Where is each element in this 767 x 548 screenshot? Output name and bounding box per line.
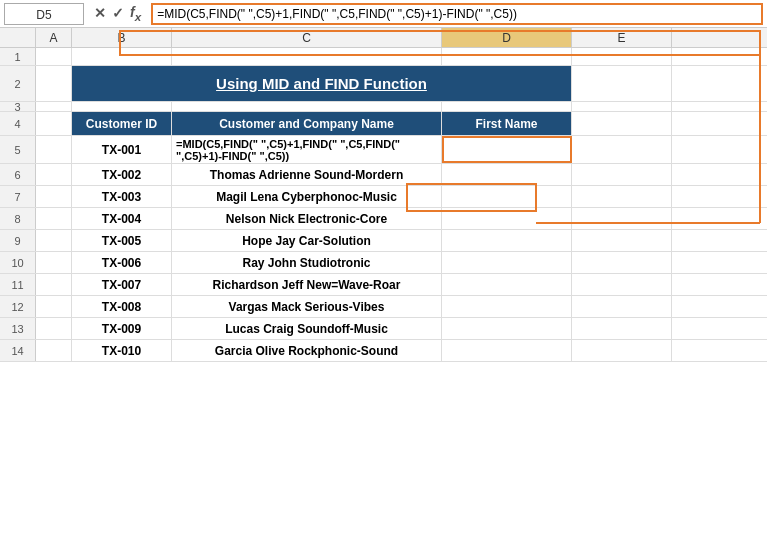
cell-b6[interactable]: TX-002	[72, 164, 172, 185]
cell-d8[interactable]	[442, 208, 572, 229]
cell-c11[interactable]: Richardson Jeff New=Wave-Roar	[172, 274, 442, 295]
row-num-12: 12	[0, 296, 36, 317]
row-num-7: 7	[0, 186, 36, 207]
cell-d9[interactable]	[442, 230, 572, 251]
cell-c12[interactable]: Vargas Mack Serious-Vibes	[172, 296, 442, 317]
header-customer-name: Customer and Company Name	[172, 112, 442, 135]
formula-bar-icons: ✕ ✓ fx	[88, 4, 147, 23]
cell-b1[interactable]	[72, 48, 172, 65]
cell-a8[interactable]	[36, 208, 72, 229]
row-4-header: 4 Customer ID Customer and Company Name …	[0, 112, 767, 136]
row-num-13: 13	[0, 318, 36, 339]
cell-b13[interactable]: TX-009	[72, 318, 172, 339]
row-1: 1	[0, 48, 767, 66]
cell-b11[interactable]: TX-007	[72, 274, 172, 295]
cell-a9[interactable]	[36, 230, 72, 251]
cell-c1[interactable]	[172, 48, 442, 65]
cell-c13[interactable]: Lucas Craig Soundoff-Music	[172, 318, 442, 339]
col-header-b[interactable]: B	[72, 28, 172, 47]
cell-e13[interactable]	[572, 318, 672, 339]
cell-d1[interactable]	[442, 48, 572, 65]
cell-d14[interactable]	[442, 340, 572, 361]
cell-a4[interactable]	[36, 112, 72, 135]
row-num-1: 1	[0, 48, 36, 65]
row-num-9: 9	[0, 230, 36, 251]
cancel-icon[interactable]: ✕	[94, 5, 106, 21]
cell-e7[interactable]	[572, 186, 672, 207]
cell-e3[interactable]	[572, 102, 672, 111]
cell-a5[interactable]	[36, 136, 72, 163]
cell-a13[interactable]	[36, 318, 72, 339]
row-num-6: 6	[0, 164, 36, 185]
col-header-d[interactable]: D	[442, 28, 572, 47]
cell-c3[interactable]	[172, 102, 442, 111]
cell-a6[interactable]	[36, 164, 72, 185]
cell-d11[interactable]	[442, 274, 572, 295]
cell-b9[interactable]: TX-005	[72, 230, 172, 251]
cell-d3[interactable]	[442, 102, 572, 111]
col-header-e[interactable]: E	[572, 28, 672, 47]
row-14: 14 TX-010 Garcia Olive Rockphonic-Sound	[0, 340, 767, 362]
cell-b8[interactable]: TX-004	[72, 208, 172, 229]
cell-b12[interactable]: TX-008	[72, 296, 172, 317]
formula-bar: D5 ✕ ✓ fx	[0, 0, 767, 28]
cell-d13[interactable]	[442, 318, 572, 339]
row-num-3: 3	[0, 102, 36, 111]
cell-b7[interactable]: TX-003	[72, 186, 172, 207]
cell-b5[interactable]: TX-001	[72, 136, 172, 163]
cell-c10[interactable]: Ray John Studiotronic	[172, 252, 442, 273]
formula-input[interactable]	[151, 3, 763, 25]
row-5: 5 TX-001 =MID(C5,FIND(" ",C5)+1,FIND(" "…	[0, 136, 767, 164]
cell-e2[interactable]	[572, 66, 672, 101]
row-num-11: 11	[0, 274, 36, 295]
cell-a14[interactable]	[36, 340, 72, 361]
cell-a1[interactable]	[36, 48, 72, 65]
col-header-a[interactable]: A	[36, 28, 72, 47]
cell-d5-active[interactable]	[442, 136, 572, 163]
cell-e10[interactable]	[572, 252, 672, 273]
cell-d10[interactable]	[442, 252, 572, 273]
cell-b3[interactable]	[72, 102, 172, 111]
cell-c14[interactable]: Garcia Olive Rockphonic-Sound	[172, 340, 442, 361]
confirm-icon[interactable]: ✓	[112, 5, 124, 21]
row-8: 8 TX-004 Nelson Nick Electronic-Core	[0, 208, 767, 230]
cell-e6[interactable]	[572, 164, 672, 185]
row-num-header	[0, 28, 36, 47]
col-headers: A B C D E	[0, 28, 767, 48]
cell-e9[interactable]	[572, 230, 672, 251]
cell-a11[interactable]	[36, 274, 72, 295]
cell-d7[interactable]	[442, 186, 572, 207]
row-2: 2 Using MID and FIND Function	[0, 66, 767, 102]
row-num-4: 4	[0, 112, 36, 135]
cell-c5[interactable]: =MID(C5,FIND(" ",C5)+1,FIND(" ",C5,FIND(…	[172, 136, 442, 163]
row-13: 13 TX-009 Lucas Craig Soundoff-Music	[0, 318, 767, 340]
row-11: 11 TX-007 Richardson Jeff New=Wave-Roar	[0, 274, 767, 296]
header-customer-id: Customer ID	[72, 112, 172, 135]
cell-e14[interactable]	[572, 340, 672, 361]
cell-a7[interactable]	[36, 186, 72, 207]
cell-e1[interactable]	[572, 48, 672, 65]
cell-e12[interactable]	[572, 296, 672, 317]
name-box[interactable]: D5	[4, 3, 84, 25]
row-10: 10 TX-006 Ray John Studiotronic	[0, 252, 767, 274]
cell-c8[interactable]: Nelson Nick Electronic-Core	[172, 208, 442, 229]
cell-a12[interactable]	[36, 296, 72, 317]
cell-c6[interactable]: Thomas Adrienne Sound-Mordern	[172, 164, 442, 185]
cell-a3[interactable]	[36, 102, 72, 111]
cell-a10[interactable]	[36, 252, 72, 273]
cell-d6[interactable]	[442, 164, 572, 185]
cell-e8[interactable]	[572, 208, 672, 229]
function-icon[interactable]: fx	[130, 4, 141, 23]
cell-b14[interactable]: TX-010	[72, 340, 172, 361]
cell-e4[interactable]	[572, 112, 672, 135]
cell-d12[interactable]	[442, 296, 572, 317]
cell-e11[interactable]	[572, 274, 672, 295]
cell-c9[interactable]: Hope Jay Car-Solution	[172, 230, 442, 251]
title-cell: Using MID and FIND Function	[72, 66, 572, 101]
row-num-8: 8	[0, 208, 36, 229]
col-header-c[interactable]: C	[172, 28, 442, 47]
cell-a2[interactable]	[36, 66, 72, 101]
cell-b10[interactable]: TX-006	[72, 252, 172, 273]
cell-e5[interactable]	[572, 136, 672, 163]
cell-c7[interactable]: Magil Lena Cyberphonoc-Music	[172, 186, 442, 207]
